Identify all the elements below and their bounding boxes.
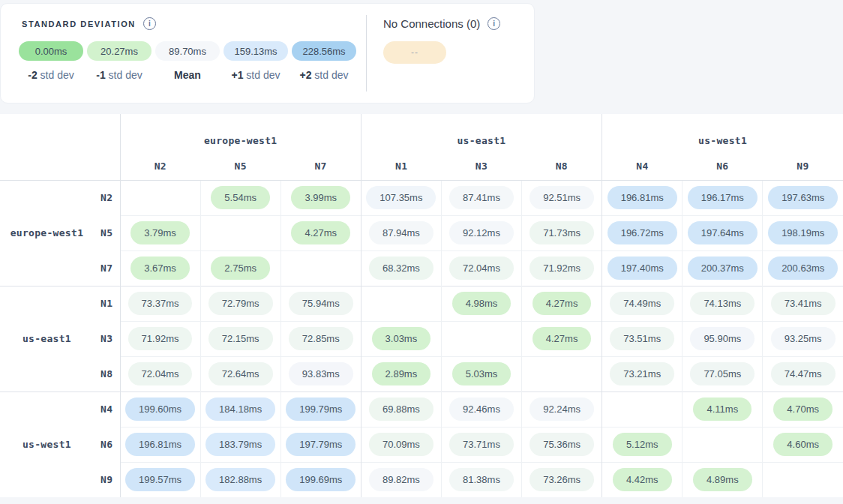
latency-value-pill[interactable]: 2.89ms [372, 362, 431, 386]
latency-value-pill[interactable]: 68.32ms [369, 256, 434, 280]
latency-value-pill[interactable]: 71.73ms [530, 221, 594, 244]
latency-value-pill[interactable]: 197.79ms [286, 433, 356, 456]
matrix-cell [361, 286, 441, 321]
latency-value-pill[interactable]: 71.92ms [128, 327, 193, 350]
latency-value-pill[interactable]: 200.63ms [768, 256, 838, 280]
latency-value-pill[interactable]: 69.88ms [369, 398, 434, 421]
latency-value-pill[interactable]: 73.26ms [530, 468, 594, 491]
latency-value-pill[interactable]: 197.64ms [688, 221, 758, 244]
latency-value-pill[interactable]: 74.13ms [690, 292, 754, 315]
latency-value-pill[interactable]: 92.46ms [449, 398, 514, 421]
latency-value-pill[interactable]: 183.79ms [206, 433, 275, 456]
latency-value-pill[interactable]: 198.19ms [768, 221, 838, 244]
matrix-header: europe-west1us-east1us-west1N2N5N7N1N3N8… [0, 114, 843, 180]
matrix-cell: 197.40ms [602, 250, 682, 286]
latency-value-pill[interactable]: 95.90ms [690, 327, 754, 350]
latency-value-pill[interactable]: 107.35ms [366, 186, 436, 209]
latency-value-pill[interactable]: 2.75ms [211, 256, 270, 280]
row-node-label: N3 [94, 321, 120, 356]
latency-value-pill[interactable]: 199.79ms [286, 398, 356, 421]
latency-value-pill[interactable]: 87.94ms [369, 221, 434, 244]
latency-value-pill[interactable]: 184.18ms [206, 398, 275, 421]
latency-value-pill[interactable]: 92.24ms [530, 398, 594, 421]
latency-value-pill[interactable]: 3.03ms [372, 327, 431, 350]
latency-value-pill[interactable]: 199.60ms [125, 398, 195, 421]
latency-value-pill[interactable]: 199.69ms [286, 468, 356, 491]
info-icon[interactable]: i [488, 17, 500, 30]
latency-value-pill[interactable]: 4.11ms [693, 398, 752, 421]
latency-value-pill[interactable]: 4.27ms [532, 327, 592, 350]
latency-value-pill[interactable]: 197.40ms [608, 256, 677, 280]
latency-value-pill[interactable]: 4.98ms [452, 292, 512, 315]
latency-value-pill[interactable]: 77.05ms [690, 362, 754, 386]
matrix-cell: 197.63ms [763, 180, 843, 215]
latency-value-pill[interactable]: 73.71ms [449, 433, 514, 456]
latency-value-pill[interactable]: 197.63ms [768, 186, 838, 209]
latency-value-pill[interactable]: 5.12ms [613, 433, 672, 456]
latency-value-pill[interactable]: 182.88ms [206, 468, 275, 491]
latency-value-pill[interactable]: 73.51ms [610, 327, 674, 350]
matrix-cell: 87.41ms [441, 180, 521, 215]
latency-value-pill[interactable]: 199.57ms [125, 468, 195, 491]
latency-value-pill[interactable]: 93.25ms [771, 327, 836, 350]
latency-value-pill[interactable]: 196.81ms [125, 433, 195, 456]
latency-value-pill[interactable]: 74.47ms [771, 362, 836, 386]
latency-value-pill[interactable]: 73.21ms [610, 362, 674, 386]
legend-card: STANDARD DEVIATION i 0.00ms20.27ms89.70m… [0, 3, 535, 104]
latency-value-pill[interactable]: 4.70ms [773, 398, 832, 421]
matrix-cell: 196.17ms [682, 180, 763, 215]
matrix-cell [441, 321, 521, 356]
latency-value-pill[interactable]: 72.04ms [128, 362, 193, 386]
latency-value-pill[interactable]: 72.85ms [289, 327, 353, 350]
latency-value-pill[interactable]: 3.67ms [130, 256, 190, 280]
latency-value-pill[interactable]: 196.81ms [608, 186, 677, 209]
latency-value-pill[interactable]: 196.72ms [608, 221, 677, 244]
latency-value-pill[interactable]: 75.94ms [289, 292, 353, 315]
matrix-cell: 5.03ms [441, 356, 521, 392]
latency-value-pill[interactable]: 4.27ms [532, 292, 592, 315]
matrix-cell: 72.04ms [120, 356, 200, 392]
latency-value-pill[interactable]: 4.27ms [291, 221, 350, 244]
no-connections-title: No Connections (0) [383, 17, 480, 30]
matrix-cell: 2.75ms [200, 250, 280, 286]
legend-pill: 89.70ms [155, 41, 220, 61]
column-node-header: N3 [441, 153, 521, 180]
latency-value-pill[interactable]: 3.99ms [291, 186, 350, 209]
row-region-label: us-east1 [0, 286, 94, 392]
latency-value-pill[interactable]: 71.92ms [530, 256, 594, 280]
latency-value-pill[interactable]: 4.42ms [613, 468, 672, 491]
latency-value-pill[interactable]: 73.41ms [771, 292, 836, 315]
matrix-cell [200, 215, 280, 250]
latency-value-pill[interactable]: 4.89ms [693, 468, 752, 491]
latency-value-pill[interactable]: 93.83ms [289, 362, 353, 386]
matrix-cell: 69.88ms [361, 392, 441, 427]
latency-value-pill[interactable]: 72.04ms [449, 256, 514, 280]
latency-value-pill[interactable]: 4.60ms [773, 433, 832, 456]
column-node-header: N2 [120, 153, 200, 180]
matrix-cell: 196.81ms [120, 427, 200, 462]
legend-stop-label: -2 std dev [19, 69, 83, 81]
latency-value-pill[interactable]: 87.41ms [449, 186, 514, 209]
latency-value-pill[interactable]: 75.36ms [530, 433, 594, 456]
latency-value-pill[interactable]: 92.51ms [530, 186, 594, 209]
latency-value-pill[interactable]: 3.79ms [130, 221, 190, 244]
latency-value-pill[interactable]: 81.38ms [449, 468, 514, 491]
latency-value-pill[interactable]: 73.37ms [128, 292, 193, 315]
latency-value-pill[interactable]: 72.15ms [208, 327, 273, 350]
matrix-cell: 75.94ms [280, 286, 361, 321]
latency-value-pill[interactable]: 200.37ms [688, 256, 758, 280]
latency-value-pill[interactable]: 92.12ms [449, 221, 514, 244]
latency-value-pill[interactable]: 5.54ms [211, 186, 270, 209]
latency-value-pill[interactable]: 74.49ms [610, 292, 674, 315]
latency-value-pill[interactable]: 196.17ms [688, 186, 758, 209]
legend-stop-prefix: +1 [232, 69, 244, 81]
latency-value-pill[interactable]: 70.09ms [369, 433, 434, 456]
latency-value-pill[interactable]: 89.82ms [369, 468, 434, 491]
matrix-cell: 4.42ms [602, 462, 682, 497]
latency-value-pill[interactable]: 72.64ms [208, 362, 273, 386]
info-icon[interactable]: i [143, 17, 156, 30]
matrix-row: europe-west1N25.54ms3.99ms107.35ms87.41m… [0, 180, 843, 215]
latency-value-pill[interactable]: 72.79ms [208, 292, 273, 315]
latency-value-pill[interactable]: 5.03ms [452, 362, 512, 386]
matrix-cell: 3.99ms [280, 180, 361, 215]
